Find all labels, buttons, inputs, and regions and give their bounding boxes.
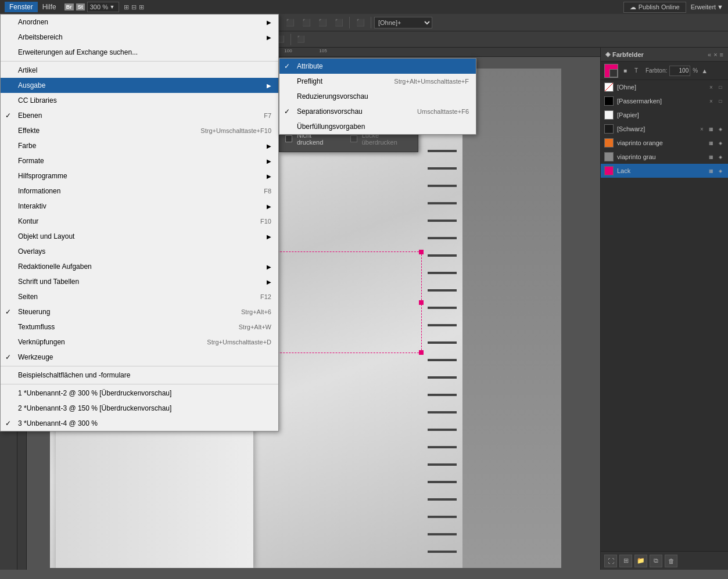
text-mode-icon[interactable]: T (632, 66, 641, 75)
color-item-ohne[interactable]: [Ohne] × □ (601, 80, 728, 94)
zoom-control[interactable]: 300 % ▼ (87, 2, 119, 12)
menu-arbeitsbereich-label: Arbeitsbereich (18, 33, 63, 41)
align-btn-9[interactable]: ⬛ (299, 16, 314, 30)
menu-seiten-shortcut: F12 (260, 293, 271, 300)
farbton-input[interactable] (669, 66, 690, 76)
menubar-fenster[interactable]: Fenster (5, 2, 38, 12)
panel-copy-btn[interactable]: ⧉ (650, 555, 662, 567)
menu-hilfsprogramme-label: Hilfsprogramme (18, 172, 67, 180)
spiral-area (428, 69, 457, 568)
farbfelder-panel: ◈ Farbfelder « × ≡ ■ T Farbton: % ▲ (600, 48, 728, 570)
swatch-passermarken (604, 96, 614, 106)
attr-checkbox-luecke[interactable] (350, 135, 357, 142)
grid-icon[interactable]: ⊞ (139, 3, 144, 11)
menu-doc-1[interactable]: 1 *Unbenannt-2 @ 300 % [Überdruckenvorsc… (1, 386, 278, 401)
menu-verknuepfungen[interactable]: Verknüpfungen Strg+Umschalttaste+D (1, 335, 278, 350)
panel-collapse-btn[interactable]: « (708, 51, 711, 58)
color-item-lack[interactable]: Lack ▦ ◈ (601, 164, 728, 178)
menu-arbeitsbereich[interactable]: Arbeitsbereich ▶ (1, 30, 278, 45)
menu-textumfluss[interactable]: Textumfluss Strg+Alt+W (1, 319, 278, 335)
menu-kontur[interactable]: Kontur F10 (1, 214, 278, 229)
menu-farbe-label: Farbe (18, 142, 36, 150)
menu-seiten[interactable]: Seiten F12 (1, 289, 278, 304)
delete-passermarken-btn[interactable]: × (707, 97, 715, 105)
style-select[interactable]: [Ohne]+ (374, 17, 432, 28)
misc-btn-e[interactable]: ⬛ (294, 33, 308, 46)
ruler-label-105: 105 (319, 48, 327, 53)
color-item-schwarz[interactable]: [Schwarz] × ▦ ◈ (601, 122, 728, 136)
submenu-reduzierung-label: Reduzierungsvorschau (297, 92, 368, 100)
panel-new-color-btn[interactable]: ⊞ (619, 555, 632, 567)
zoom-arrow[interactable]: ▼ (108, 3, 116, 11)
submenu-attribute[interactable]: ✓ Attribute (279, 59, 476, 74)
color-name-grau: viaprinto grau (617, 153, 704, 160)
color-name-lack: Lack (617, 167, 704, 174)
menu-ausgabe-label: Ausgabe (18, 81, 45, 89)
align-btn-11[interactable]: ⬛ (331, 16, 346, 30)
fill-mode-icon[interactable]: ■ (621, 66, 630, 75)
menu-doc-1-label: 1 *Unbenannt-2 @ 300 % [Überdruckenvorsc… (18, 389, 171, 397)
menubar-hilfe[interactable]: Hilfe (38, 2, 61, 12)
color-item-passermarken[interactable]: [Passermarken] × □ (601, 94, 728, 108)
align-btn-8[interactable]: ⬛ (282, 16, 297, 30)
snap-icon[interactable]: ⊞ (124, 3, 129, 11)
menu-steuerung[interactable]: ✓ Steuerung Strg+Alt+6 (1, 304, 278, 319)
publish-online-button[interactable]: ☁ Publish Online (623, 2, 686, 13)
menu-objekt-layout[interactable]: Objekt und Layout ▶ (1, 229, 278, 244)
attr-checkbox-nicht-druckend[interactable] (285, 135, 292, 142)
menu-exchange[interactable]: Erweiterungen auf Exchange suchen... (1, 45, 278, 60)
color-actions-ohne: × □ (707, 83, 725, 91)
misc-btn-1[interactable]: ⬛ (353, 16, 368, 30)
color-item-papier[interactable]: [Papier] (601, 108, 728, 122)
menu-interaktiv-arrow: ▶ (267, 203, 271, 210)
menu-doc-2[interactable]: 2 *Unbenannt-3 @ 150 % [Überdruckenvorsc… (1, 401, 278, 416)
zoom-value: 300 % (90, 3, 108, 10)
panel-delete-btn[interactable]: 🗑 (665, 555, 677, 567)
submenu-reduzierung[interactable]: Reduzierungsvorschau (279, 89, 476, 104)
menu-werkzeuge[interactable]: ✓ Werkzeuge (1, 350, 278, 365)
submenu-preflight[interactable]: Preflight Strg+Alt+Umschalttaste+F (279, 74, 476, 89)
menu-cc-libraries[interactable]: CC Libraries (1, 93, 278, 108)
color-item-grau[interactable]: viaprinto grau ▦ ◈ (601, 150, 728, 164)
menu-overlays[interactable]: Overlays (1, 244, 278, 259)
menu-farbe[interactable]: Farbe ▶ (1, 138, 278, 153)
menu-redaktionelle[interactable]: Redaktionelle Aufgaben ▶ (1, 259, 278, 274)
menu-anordnen-label: Anordnen (18, 18, 48, 26)
farbton-arrow-up[interactable]: ▲ (701, 67, 708, 74)
menu-sep-3 (1, 384, 278, 384)
menu-schrift-tabellen[interactable]: Schrift und Tabellen ▶ (1, 274, 278, 289)
menu-ausgabe[interactable]: Ausgabe ▶ (1, 78, 278, 93)
erweitert-button[interactable]: Erweitert ▼ (691, 3, 723, 10)
panel-close-btn[interactable]: × (713, 51, 717, 58)
submenu-separation[interactable]: ✓ Separationsvorschau Umschalttaste+F6 (279, 104, 476, 119)
menu-werkzeuge-check: ✓ (5, 353, 11, 361)
panel-menu-btn[interactable]: ≡ (720, 51, 723, 58)
menu-formate[interactable]: Formate ▶ (1, 153, 278, 168)
menu-interaktiv[interactable]: Interaktiv ▶ (1, 199, 278, 214)
menu-ebenen[interactable]: ✓ Ebenen F7 (1, 108, 278, 123)
cmyk-orange-icon: ▦ (707, 139, 715, 147)
delete-ohne-btn[interactable]: × (707, 83, 715, 91)
color-name-ohne: [Ohne] (617, 84, 704, 91)
menu-beispiel[interactable]: Beispielschaltflächen und -formulare (1, 368, 278, 383)
view-icon[interactable]: ⊟ (131, 3, 137, 11)
menu-hilfsprogramme[interactable]: Hilfsprogramme ▶ (1, 168, 278, 184)
cmyk-lack-icon: ▦ (707, 167, 715, 175)
menu-anordnen[interactable]: Anordnen ▶ (1, 15, 278, 30)
menu-artikel[interactable]: Artikel (1, 63, 278, 78)
menu-steuerung-label: Steuerung (18, 308, 50, 316)
ausgabe-submenu: ✓ Attribute Preflight Strg+Alt+Umschaltt… (279, 58, 476, 135)
menu-informationen[interactable]: Informationen F8 (1, 184, 278, 199)
menu-artikel-label: Artikel (18, 66, 37, 74)
color-item-orange[interactable]: viaprinto orange ▦ ◈ (601, 136, 728, 150)
panel-folder-btn[interactable]: 📁 (634, 555, 647, 567)
menu-effekte[interactable]: Effekte Strg+Umschalttaste+F10 (1, 123, 278, 138)
active-fill-swatch[interactable] (604, 64, 618, 78)
menu-doc-3[interactable]: ✓ 3 *Unbenannt-4 @ 300 % (1, 416, 278, 431)
panel-new-group-btn[interactable]: ⛶ (604, 555, 617, 567)
delete-schwarz-btn[interactable]: × (698, 125, 706, 133)
submenu-ueberfuellung[interactable]: Überfüllungsvorgaben (279, 119, 476, 134)
align-btn-10[interactable]: ⬛ (315, 16, 330, 30)
color-list: [Ohne] × □ [Passermarken] × □ [Papier] (601, 80, 728, 551)
menu-textumfluss-label: Textumfluss (18, 323, 55, 331)
